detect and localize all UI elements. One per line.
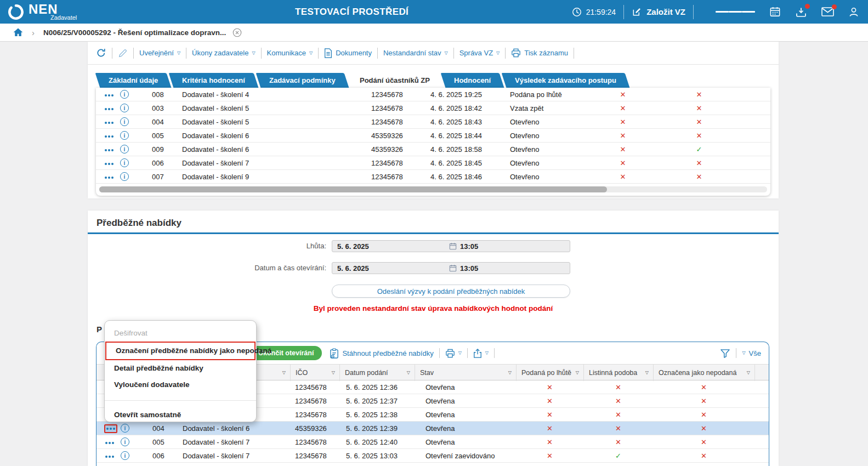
table-row[interactable]: i 003 Dodavatel - školení 5 12345678 4. … [96,101,770,115]
chevron-down-icon: ▽ [485,351,489,355]
lhuta-field[interactable]: 5. 6. 2025 13:05 [332,240,570,252]
table-row[interactable]: i 006 Dodavatel - školení 7 12345678 5. … [97,449,769,463]
info-icon[interactable]: i [121,451,129,460]
column-filter-icon[interactable]: ▽ [576,365,579,381]
export-table-button[interactable]: ▽ [473,348,489,359]
stav-value: Otevřeno [500,118,602,126]
column-filter-icon[interactable]: ▽ [407,365,410,381]
edit-record-icon[interactable] [118,48,128,58]
mark-nepodana: ✕ [653,452,754,460]
mark-po-lhute: ✕ [602,118,644,126]
column-filter-icon[interactable]: ▽ [332,365,335,381]
info-icon[interactable]: i [121,424,129,433]
datum-value: 5. 6. 2025 12:37 [339,397,415,405]
mark-po-lhute: ✕ [602,173,644,181]
supplier-name: Dodavatel - školení 5 [174,104,355,112]
messages-icon[interactable] [821,7,834,16]
info-icon[interactable]: i [120,117,129,126]
create-vz-button[interactable]: Založit VZ [632,7,685,17]
col-stav: Stav ▽ [415,365,516,381]
printer-icon [445,349,455,358]
column-filter-icon[interactable]: ▽ [747,365,750,381]
menu-item-detail[interactable]: Detail předběžné nabídky [105,360,256,377]
download-bids-button[interactable]: Stáhnout předběžné nabídky [330,348,433,359]
table-row[interactable]: i 006 Dodavatel - školení 7 12345678 4. … [96,156,770,170]
row-actions-icon[interactable] [104,120,115,126]
tab-podani-ucastniku[interactable]: Podání účastníků ZP [346,73,443,88]
scrollbar-thumb[interactable] [99,186,607,192]
column-filter-icon[interactable]: ▽ [508,365,512,381]
datum-value: 5. 6. 2025 13:03 [339,452,415,460]
row-actions-icon[interactable] [104,453,115,460]
table-row[interactable]: i 004 Dodavatel - školení 5 12345678 4. … [96,115,770,129]
row-number: 005 [135,132,174,140]
info-icon[interactable]: i [120,104,129,112]
menu-tisk-zaznamu[interactable]: Tisk záznamu [511,48,568,58]
home-icon[interactable] [13,28,23,37]
breadcrumb-chevron-icon: › [32,28,35,37]
row-actions-icon[interactable] [104,161,115,167]
otevirani-date-input[interactable]: 5. 6. 2025 [332,264,449,272]
calendar-icon[interactable] [769,6,781,18]
menu-nestandardni-stav[interactable]: Nestandardní stav▽ [383,49,448,57]
row-actions-icon[interactable] [104,147,115,154]
stav-value: Otevření zaevidováno [415,452,516,460]
filter-icon[interactable] [720,349,730,358]
menu-item-oznacit-nepodana[interactable]: Označení předběžné nabídky jako nepodaná [105,342,256,360]
column-filter-icon[interactable]: ▽ [645,365,649,381]
menu-komunikace[interactable]: Komunikace▽ [267,49,313,57]
menu-item-vylouceni[interactable]: Vyloučení dodavatele [105,377,256,393]
info-icon[interactable]: i [120,172,129,181]
row-actions-icon[interactable] [104,106,115,112]
lhuta-date-input[interactable]: 5. 6. 2025 [332,242,449,251]
table-row[interactable]: i 008 Dodavatel - školení 4 12345678 4. … [96,88,770,101]
refresh-icon[interactable] [96,48,106,58]
row-actions-icon[interactable] [105,425,116,432]
horizontal-scrollbar [99,186,767,192]
breadcrumb-item[interactable]: N006/25/V00005292 - Řešení optimalizace … [43,29,226,37]
supplier-name: Dodavatel - školení 7 [174,452,290,460]
table-row-selected[interactable]: i 004 Dodavatel - školení 6 45359326 5. … [97,422,769,435]
menu-sprava-vz[interactable]: Správa VZ▽ [459,49,500,57]
mark-listinna: ✕ [583,383,653,391]
tab-vysledek[interactable]: Výsledek zadávacího postupu [501,73,629,88]
table-row[interactable]: i 009 Dodavatel - školení 6 45359326 4. … [96,143,770,156]
table-row[interactable]: i 005 Dodavatel - školení 6 45359326 4. … [96,129,770,143]
mark-listinna: ✕ [644,132,754,140]
row-number: 007 [135,173,174,181]
tab-zakladni-udaje[interactable]: Základní údaje [95,73,172,88]
send-call-button[interactable]: Odeslání výzvy k podání předběžných nabí… [332,285,570,298]
row-actions-icon[interactable] [104,92,115,99]
menu-uverejneni[interactable]: Uveřejnění▽ [139,49,180,57]
print-table-button[interactable]: ▽ [445,349,462,358]
lhuta-time-input[interactable]: 13:05 [457,242,478,251]
row-actions-icon[interactable] [104,440,115,446]
info-icon[interactable]: i [120,158,129,167]
nen-logo[interactable]: NEN Zadavatel [0,3,77,21]
ico-value: 12345678 [290,438,339,446]
column-filter-icon[interactable]: ▽ [282,365,286,381]
user-profile-icon[interactable] [848,7,859,18]
menu-item-otevrit-samostatne[interactable]: Otevřít samostatně [105,407,256,423]
table-row[interactable]: i 005 Dodavatel - školení 7 12345678 5. … [97,435,769,449]
row-actions-icon[interactable] [104,133,115,140]
menu-ukony-zadavatele[interactable]: Úkony zadavatele▽ [192,49,256,57]
downloads-icon[interactable] [795,7,807,18]
otevirani-field[interactable]: 5. 6. 2025 13:05 [332,262,570,274]
row-number: 009 [135,145,174,154]
otevirani-time-input[interactable]: 13:05 [457,264,478,272]
info-icon[interactable]: i [120,131,129,140]
main-menu-icon[interactable] [716,9,755,15]
info-icon[interactable]: i [120,145,129,154]
row-actions-icon[interactable] [104,174,115,181]
info-icon[interactable]: i [121,437,129,446]
info-icon[interactable]: i [120,90,129,99]
menu-dokumenty[interactable]: Dokumenty [324,48,372,58]
tab-zadavaci-podminky[interactable]: Zadávací podmínky [256,73,349,88]
datum-value: 5. 6. 2025 12:39 [339,424,415,433]
tab-hodnoceni[interactable]: Hodnocení [440,73,504,88]
view-filter-select[interactable]: ▽ Vše [742,349,761,357]
table-row[interactable]: i 007 Dodavatel - školení 9 12345678 4. … [96,170,770,184]
breadcrumb-close-icon[interactable] [232,28,242,37]
tab-kriteria-hodnoceni[interactable]: Kritéria hodnocení [169,73,259,88]
